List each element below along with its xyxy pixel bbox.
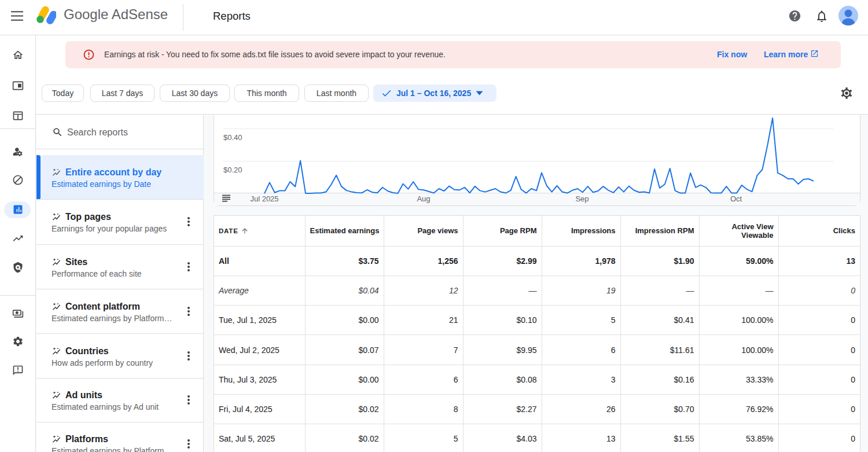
svg-text:Aug: Aug <box>417 194 430 203</box>
svg-text:Sep: Sep <box>575 194 589 203</box>
svg-text:$0.40: $0.40 <box>223 133 242 142</box>
svg-text:$0.20: $0.20 <box>223 166 242 174</box>
svg-text:Oct: Oct <box>730 194 742 203</box>
svg-text:Jul 2025: Jul 2025 <box>250 194 278 203</box>
